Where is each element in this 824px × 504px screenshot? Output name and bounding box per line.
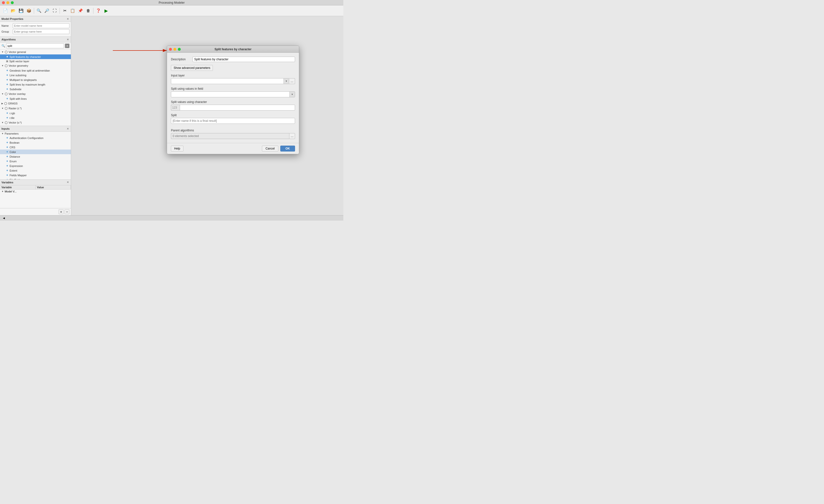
model-group-input[interactable] bbox=[13, 29, 70, 34]
scroll-left-button[interactable]: ◀ bbox=[2, 216, 6, 221]
delete-button[interactable]: 🗑 bbox=[85, 7, 92, 14]
tree-item-subdivide[interactable]: ✦ Subdivide bbox=[0, 87, 71, 92]
tree-item-extent[interactable]: ✦ Extent bbox=[0, 168, 71, 173]
save-as-button[interactable]: 📦 bbox=[25, 7, 32, 14]
description-input[interactable] bbox=[193, 56, 295, 62]
status-bar: ◀ bbox=[0, 215, 343, 221]
chevron-down-icon: ▼ bbox=[1, 132, 4, 135]
help-button[interactable]: Help bbox=[171, 146, 184, 151]
tree-item-multipart-to-singleparts[interactable]: ✦ Multipart to singleparts bbox=[0, 78, 71, 82]
help-button[interactable]: ❓ bbox=[95, 7, 102, 14]
group-raster-header[interactable]: ▼ ⬡ Raster (r.*) bbox=[0, 106, 71, 111]
run-button[interactable]: ▶ bbox=[103, 7, 110, 14]
chevron-down-icon: ▼ bbox=[1, 93, 4, 95]
tree-item-boolean[interactable]: ✦ Boolean bbox=[0, 140, 71, 145]
cancel-button[interactable]: Cancel bbox=[262, 146, 278, 151]
tree-item-r-rgb[interactable]: ✦ r.rgb bbox=[0, 111, 71, 115]
paste-button[interactable]: 📌 bbox=[77, 7, 84, 14]
tree-item-enum[interactable]: ✦ Enum bbox=[0, 159, 71, 163]
plus-icon: ✦ bbox=[6, 155, 9, 158]
star-icon: ✦ bbox=[6, 69, 9, 72]
variables-column-headers: Variable Value bbox=[0, 185, 71, 190]
algorithms-close[interactable]: ✕ bbox=[66, 38, 70, 41]
tree-item-auth-config[interactable]: ✦ Authentication Configuration bbox=[0, 136, 71, 140]
input-layer-select[interactable] bbox=[171, 79, 289, 84]
group-vector-overlay-icon: ⬡ bbox=[5, 92, 8, 96]
group-vector-v-header[interactable]: ▼ ⬡ Vector (v.*) bbox=[0, 120, 71, 125]
tree-item-split-features-by-character[interactable]: ✦ Split features by character bbox=[0, 54, 71, 59]
input-layer-extra-button[interactable]: … bbox=[289, 78, 295, 84]
new-button[interactable]: 📄 bbox=[2, 7, 9, 14]
group-vector-geometry-label: Vector geometry bbox=[9, 64, 28, 67]
tree-item-distance[interactable]: ✦ Distance bbox=[0, 154, 71, 159]
modal-close-button[interactable] bbox=[169, 48, 172, 51]
tree-item-expression[interactable]: ✦ Expression bbox=[0, 163, 71, 168]
chevron-down-icon: ▼ bbox=[1, 65, 4, 67]
tree-item-fields-mapper[interactable]: ✦ Fields Mapper bbox=[0, 173, 71, 177]
copy-button[interactable]: 📋 bbox=[69, 7, 76, 14]
tree-item-r-tile[interactable]: ✦ r.tile bbox=[0, 115, 71, 120]
value-col-header: Value bbox=[35, 185, 71, 189]
zoom-in-icon: 🔍 bbox=[36, 8, 41, 13]
model-properties-close[interactable]: ✕ bbox=[66, 17, 70, 21]
tree-item-split-lines-by-maximum-length[interactable]: ✦ Split lines by maximum length bbox=[0, 82, 71, 87]
open-button[interactable]: 📂 bbox=[10, 7, 17, 14]
tree-item-label: Fields Mapper bbox=[10, 174, 27, 177]
input-layer-dropdown[interactable]: ▼ bbox=[171, 78, 289, 84]
split-field-select[interactable] bbox=[171, 92, 295, 97]
maximize-button[interactable] bbox=[11, 1, 14, 4]
modal-minimize-button[interactable] bbox=[173, 48, 176, 51]
show-advanced-parameters-button[interactable]: Show advanced parameters bbox=[171, 65, 213, 71]
add-variable-button[interactable]: + bbox=[59, 209, 64, 214]
split-char-prefix-input bbox=[171, 105, 180, 111]
canvas-area[interactable]: Split features by character Description … bbox=[71, 16, 343, 215]
modal-maximize-button[interactable] bbox=[178, 48, 181, 51]
save-button[interactable]: 💾 bbox=[18, 7, 24, 14]
group-vector-geometry-header[interactable]: ▼ ⬡ Vector geometry bbox=[0, 63, 71, 68]
tree-item-geodesic-line-split[interactable]: ✦ Geodesic line split at antimeridian bbox=[0, 68, 71, 73]
tree-item-color[interactable]: ✦ Color bbox=[0, 149, 71, 154]
tree-item-label: Subdivide bbox=[10, 88, 21, 91]
tree-item-crs[interactable]: ✦ CRS bbox=[0, 145, 71, 149]
model-name-input[interactable] bbox=[13, 23, 70, 28]
split-char-main-input[interactable] bbox=[180, 105, 295, 111]
split-result-input[interactable] bbox=[171, 118, 295, 124]
input-layer-label: Input layer bbox=[171, 74, 295, 77]
group-vector-general-header[interactable]: ▼ ⬡ Vector general bbox=[0, 49, 71, 54]
star-icon: ✦ bbox=[6, 87, 9, 91]
close-button[interactable] bbox=[2, 1, 5, 4]
zoom-in-button[interactable]: 🔍 bbox=[35, 7, 42, 14]
zoom-out-button[interactable]: 🔎 bbox=[43, 7, 50, 14]
star-icon: ✦ bbox=[6, 55, 9, 58]
group-grass-header[interactable]: ▶ ⬡ GRASS bbox=[0, 101, 71, 106]
variables-close[interactable]: ✕ bbox=[66, 181, 70, 184]
variable-group-model[interactable]: ▼ Model V... bbox=[0, 190, 71, 194]
tree-item-split-vector-layer[interactable]: ▣ Split vector layer bbox=[0, 59, 71, 63]
parent-algorithms-button[interactable]: … bbox=[289, 133, 295, 139]
modal-title-text: Split features by character bbox=[215, 47, 251, 51]
remove-variable-button[interactable]: − bbox=[65, 209, 70, 214]
zoom-out-icon: 🔎 bbox=[44, 8, 49, 13]
tree-item-line-substring[interactable]: ✦ Line substring bbox=[0, 73, 71, 78]
modal-window-controls[interactable] bbox=[169, 48, 181, 51]
tree-item-file-folder[interactable]: ✦ File/Folder bbox=[0, 177, 71, 179]
split-field-dropdown[interactable]: ▼ bbox=[171, 92, 295, 97]
ok-button[interactable]: OK bbox=[280, 146, 295, 151]
group-vector-overlay-header[interactable]: ▼ ⬡ Vector overlay bbox=[0, 92, 71, 96]
window-controls[interactable] bbox=[2, 1, 14, 4]
tree-item-v-net-iso[interactable]: ✦ v.net.iso bbox=[0, 125, 71, 126]
group-vector-v-icon: ⬡ bbox=[5, 121, 8, 125]
star-icon: ✦ bbox=[6, 97, 9, 101]
cut-icon: ✂ bbox=[63, 8, 67, 13]
modal-body: Description Show advanced parameters Inp… bbox=[167, 53, 299, 143]
zoom-fit-button[interactable]: ⛶ bbox=[51, 7, 58, 14]
tree-item-split-with-lines[interactable]: ✦ Split with lines bbox=[0, 96, 71, 101]
minimize-button[interactable] bbox=[6, 1, 9, 4]
star-icon: ✦ bbox=[6, 83, 9, 86]
search-clear-button[interactable]: ✕ bbox=[65, 44, 70, 48]
algorithm-search-input[interactable] bbox=[6, 43, 64, 48]
tree-item-label: Split features by character bbox=[10, 55, 41, 58]
group-parameters-header[interactable]: ▼ Parameters bbox=[0, 132, 71, 136]
cut-button[interactable]: ✂ bbox=[61, 7, 68, 14]
inputs-close[interactable]: ✕ bbox=[66, 127, 70, 130]
